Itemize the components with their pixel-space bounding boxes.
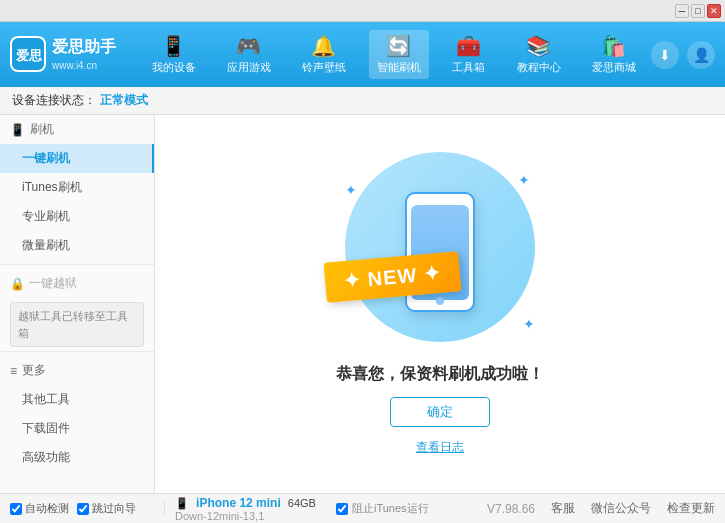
- header: 爱思 爱思助手 www.i4.cn 📱 我的设备 🎮 应用游戏 🔔 铃声壁纸 🔄…: [0, 22, 725, 87]
- maximize-button[interactable]: □: [691, 4, 705, 18]
- titlebar: ─ □ ✕: [0, 0, 725, 22]
- device-name: iPhone 12 mini: [196, 496, 281, 510]
- flash-section-label: 刷机: [30, 121, 54, 138]
- itunes-status-label: 阻止iTunes运行: [352, 501, 429, 516]
- device-icon-small: 📱: [175, 497, 189, 509]
- customer-service-link[interactable]: 客服: [551, 500, 575, 517]
- bottombar: 自动检测 跳过向导 📱 iPhone 12 mini 64GB Down-12m…: [0, 493, 725, 523]
- device-icon: 📱: [161, 34, 186, 58]
- itunes-status: 阻止iTunes运行: [326, 501, 429, 516]
- status-label: 设备连接状态：: [12, 92, 96, 109]
- nav-smart-flash[interactable]: 🔄 智能刷机: [369, 30, 429, 79]
- itunes-checkbox[interactable]: [336, 503, 348, 515]
- sidebar-item-advanced[interactable]: 高级功能: [0, 443, 154, 472]
- flash-section-icon: 📱: [10, 123, 25, 137]
- main-layout: 📱 刷机 一键刷机 iTunes刷机 专业刷机 微量刷机 🔒 一键越狱 越狱工具…: [0, 115, 725, 493]
- logo-text: 爱思助手 www.i4.cn: [52, 36, 116, 72]
- more-icon: ≡: [10, 364, 17, 378]
- nav-my-device[interactable]: 📱 我的设备: [144, 30, 204, 79]
- minimize-button[interactable]: ─: [675, 4, 689, 18]
- version-label: V7.98.66: [487, 502, 535, 516]
- bottom-main: 📱 iPhone 12 mini 64GB Down-12mini-13,1 阻…: [165, 496, 487, 522]
- sidebar-item-itunes-flash[interactable]: iTunes刷机: [0, 173, 154, 202]
- jailbreak-label: 一键越狱: [29, 275, 77, 292]
- sidebar-item-download-firmware[interactable]: 下载固件: [0, 414, 154, 443]
- sparkle-icon-2: ✦: [345, 182, 357, 198]
- sidebar-notice: 越狱工具已转移至工具箱: [10, 302, 144, 347]
- nav-bar: 📱 我的设备 🎮 应用游戏 🔔 铃声壁纸 🔄 智能刷机 🧰 工具箱 📚 教程中心…: [136, 30, 651, 79]
- svg-text:爱思: 爱思: [16, 48, 43, 63]
- nav-app-game-label: 应用游戏: [227, 60, 271, 75]
- nav-tutorial-label: 教程中心: [517, 60, 561, 75]
- lock-icon: 🔒: [10, 277, 25, 291]
- statusbar: 设备连接状态： 正常模式: [0, 87, 725, 115]
- skip-wizard-input[interactable]: [77, 503, 89, 515]
- nav-mall[interactable]: 🛍️ 爱思商城: [584, 30, 644, 79]
- auto-connect-input[interactable]: [10, 503, 22, 515]
- status-value: 正常模式: [100, 92, 148, 109]
- download-button[interactable]: ⬇: [651, 41, 679, 69]
- flash-section-header: 📱 刷机: [0, 115, 154, 144]
- nav-ringtone[interactable]: 🔔 铃声壁纸: [294, 30, 354, 79]
- check-update-link[interactable]: 检查更新: [667, 500, 715, 517]
- sidebar-divider-2: [0, 351, 154, 352]
- wechat-link[interactable]: 微信公众号: [591, 500, 651, 517]
- phone-home-button: [436, 297, 444, 305]
- sidebar: 📱 刷机 一键刷机 iTunes刷机 专业刷机 微量刷机 🔒 一键越狱 越狱工具…: [0, 115, 155, 493]
- nav-smart-flash-label: 智能刷机: [377, 60, 421, 75]
- sparkle-icon-3: ✦: [523, 316, 535, 332]
- new-badge: ✦ NEW ✦: [325, 257, 460, 297]
- nav-tutorial[interactable]: 📚 教程中心: [509, 30, 569, 79]
- new-ribbon-text: ✦ NEW ✦: [324, 251, 462, 303]
- success-message: 恭喜您，保资料刷机成功啦！: [336, 364, 544, 385]
- smart-flash-icon: 🔄: [386, 34, 411, 58]
- sidebar-item-one-click-flash[interactable]: 一键刷机: [0, 144, 154, 173]
- tutorial-icon: 📚: [526, 34, 551, 58]
- close-button[interactable]: ✕: [707, 4, 721, 18]
- ringtone-icon: 🔔: [311, 34, 336, 58]
- logo-icon: 爱思: [10, 36, 46, 72]
- sidebar-item-micro-flash[interactable]: 微量刷机: [0, 231, 154, 260]
- sidebar-item-pro-flash[interactable]: 专业刷机: [0, 202, 154, 231]
- sidebar-divider-1: [0, 264, 154, 265]
- header-right: ⬇ 👤: [651, 41, 715, 69]
- phone-illustration: ✦ NEW ✦ ✦ ✦ ✦: [340, 152, 540, 352]
- query-log-link[interactable]: 查看日志: [416, 439, 464, 456]
- device-info: 📱 iPhone 12 mini 64GB Down-12mini-13,1: [165, 496, 326, 522]
- toolbox-icon: 🧰: [456, 34, 481, 58]
- auto-connect-checkbox[interactable]: 自动检测: [10, 501, 69, 516]
- device-storage: 64GB: [288, 497, 316, 509]
- app-game-icon: 🎮: [236, 34, 261, 58]
- nav-app-game[interactable]: 🎮 应用游戏: [219, 30, 279, 79]
- skip-wizard-label: 跳过向导: [92, 501, 136, 516]
- user-button[interactable]: 👤: [687, 41, 715, 69]
- sidebar-item-other-tools[interactable]: 其他工具: [0, 385, 154, 414]
- nav-ringtone-label: 铃声壁纸: [302, 60, 346, 75]
- content-inner: ✦ NEW ✦ ✦ ✦ ✦ 恭喜您，保资料刷机成功啦！ 确定 查看日志: [336, 152, 544, 456]
- logo: 爱思 爱思助手 www.i4.cn: [10, 36, 116, 72]
- nav-toolbox[interactable]: 🧰 工具箱: [444, 30, 494, 79]
- nav-my-device-label: 我的设备: [152, 60, 196, 75]
- more-section-header: ≡ 更多: [0, 356, 154, 385]
- mall-icon: 🛍️: [601, 34, 626, 58]
- sparkle-icon-1: ✦: [518, 172, 530, 188]
- confirm-button[interactable]: 确定: [390, 397, 490, 427]
- auto-connect-label: 自动检测: [25, 501, 69, 516]
- bottom-right: V7.98.66 客服 微信公众号 检查更新: [487, 500, 715, 517]
- nav-mall-label: 爱思商城: [592, 60, 636, 75]
- jailbreak-section-header: 🔒 一键越狱: [0, 269, 154, 298]
- skip-wizard-checkbox[interactable]: 跳过向导: [77, 501, 136, 516]
- device-model: Down-12mini-13,1: [175, 510, 264, 522]
- bottom-left: 自动检测 跳过向导: [10, 501, 165, 516]
- more-label: 更多: [22, 362, 46, 379]
- nav-toolbox-label: 工具箱: [452, 60, 485, 75]
- content: ✦ NEW ✦ ✦ ✦ ✦ 恭喜您，保资料刷机成功啦！ 确定 查看日志: [155, 115, 725, 493]
